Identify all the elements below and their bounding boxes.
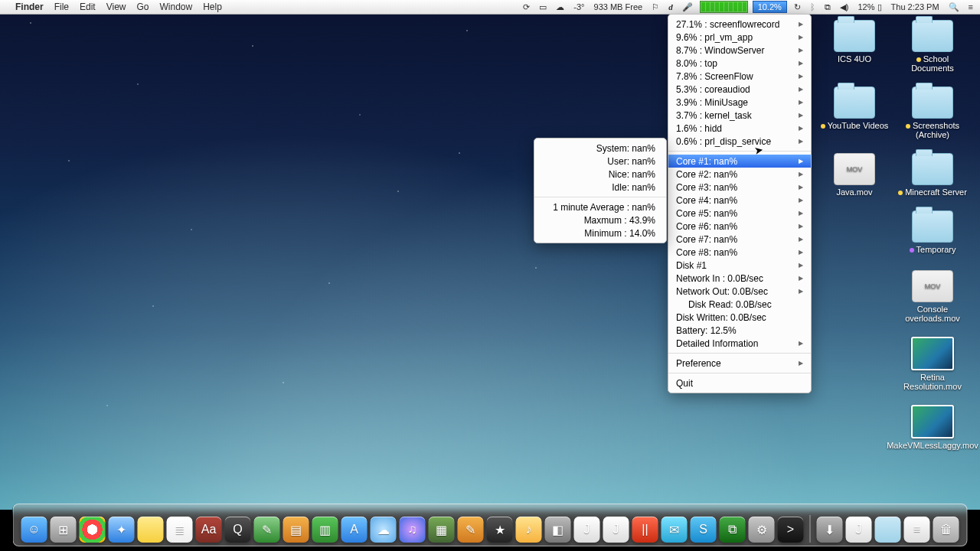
desktop[interactable]: Finder File Edit View Go Window Help ⟳ ▭… [0, 0, 980, 551]
menubar: Finder File Edit View Go Window Help ⟳ ▭… [0, 0, 980, 15]
menubar-display-icon[interactable]: ▭ [537, 2, 549, 12]
net-in-row[interactable]: Network In : 0.0B/sec [668, 272, 811, 285]
desktop-item-label: Screenshots (Archive) [913, 121, 959, 139]
dock-parallels[interactable]: || [632, 517, 658, 543]
menubar-temp[interactable]: -3° [571, 2, 586, 11]
menubar-wifi-icon[interactable]: ⧉ [822, 2, 833, 12]
dock-keynote[interactable]: ▤ [283, 517, 309, 543]
dock-sysprefs[interactable]: ⚙ [749, 517, 775, 543]
menubar-cpu-percent[interactable]: 10.2% [753, 1, 787, 13]
dock-app-j3[interactable]: J [846, 517, 872, 543]
menu-separator [668, 353, 811, 354]
dock-trash[interactable]: 🗑 [933, 517, 959, 543]
menubar-memory[interactable]: 933 MB Free [592, 2, 645, 11]
dock-app-j1[interactable]: J [574, 517, 600, 543]
notification-center-icon[interactable]: ≡ [966, 2, 975, 11]
dock-folder[interactable] [875, 517, 901, 543]
menu-edit[interactable]: Edit [80, 2, 96, 12]
detailed-info-row[interactable]: Detailed Information [668, 337, 811, 350]
desktop-item[interactable]: Retina Resolution.mov [897, 337, 968, 391]
dock-app-j2[interactable]: J [603, 517, 629, 543]
menubar-mic-icon[interactable]: 🎤 [680, 2, 695, 12]
menubar-flag-icon[interactable]: ⚐ [649, 2, 662, 12]
dock-numbers[interactable]: ▥ [312, 517, 338, 543]
desktop-item[interactable]: ICS 4UO [819, 20, 890, 73]
dock-skype[interactable]: S [691, 517, 717, 543]
core-row[interactable]: Core #8: nan% [668, 246, 811, 259]
menubar-bluetooth-icon[interactable]: ᛒ [808, 2, 818, 11]
menubar-volume-icon[interactable]: ◀) [838, 2, 851, 12]
disk-row[interactable]: Disk #1 [668, 259, 811, 272]
desktop-item[interactable]: Screenshots (Archive) [897, 86, 968, 139]
desktop-item-label: YouTube Videos [828, 121, 889, 130]
proc-row[interactable]: 1.6% : hidd [668, 122, 811, 135]
dock-app-a[interactable]: ♪ [516, 517, 542, 543]
menubar-weather-icon[interactable]: ☁ [554, 2, 567, 12]
proc-row[interactable]: 3.7% : kernel_task [668, 109, 811, 122]
core-row-selected[interactable]: Core #1: nan% [668, 155, 811, 168]
dock-pages[interactable]: ✎ [458, 517, 484, 543]
dock-downloads[interactable]: ⬇ [817, 517, 843, 543]
proc-row[interactable]: 8.7% : WindowServer [668, 44, 811, 57]
core-row[interactable]: Core #4: nan% [668, 194, 811, 207]
core-row[interactable]: Core #2: nan% [668, 168, 811, 181]
proc-row[interactable]: 5.3% : coreaudiod [668, 83, 811, 96]
sub-system: System: nan% [534, 142, 666, 155]
dock-preview[interactable]: ✎ [254, 517, 280, 543]
proc-row[interactable]: 3.9% : MiniUsage [668, 96, 811, 109]
core-row[interactable]: Core #5: nan% [668, 207, 811, 220]
desktop-item[interactable]: YouTube Videos [819, 86, 890, 139]
dock-doc[interactable]: ≡ [904, 517, 930, 543]
menubar-d-icon[interactable]: d [666, 2, 675, 11]
menubar-sync-icon[interactable]: ↻ [792, 2, 803, 12]
desktop-item[interactable]: MOVConsole overloads.mov [897, 270, 968, 323]
app-name[interactable]: Finder [15, 2, 44, 12]
dock-app-b[interactable]: ◧ [545, 517, 571, 543]
thumb-icon [911, 337, 954, 370]
sub-idle: Idle: nan% [534, 181, 666, 194]
dock-activity[interactable]: ⧉ [720, 517, 746, 543]
dock-itunes[interactable]: ♫ [400, 517, 426, 543]
dock-reminders[interactable]: ≣ [167, 517, 193, 543]
dock-quicktime[interactable]: Q [225, 517, 251, 543]
menu-window[interactable]: Window [160, 2, 193, 12]
proc-row[interactable]: 27.1% : screenflowrecord [668, 18, 811, 31]
core-row[interactable]: Core #7: nan% [668, 233, 811, 246]
dock-minecraft[interactable]: ▦ [429, 517, 455, 543]
menu-view[interactable]: View [106, 2, 126, 12]
desktop-item[interactable]: Temporary [897, 210, 968, 256]
spotlight-icon[interactable]: 🔍 [946, 2, 962, 12]
dock-appstore[interactable]: A [341, 517, 368, 543]
proc-row[interactable]: 8.0% : top [668, 57, 811, 70]
core-row[interactable]: Core #6: nan% [668, 220, 811, 233]
menubar-extra-icon[interactable]: ⟳ [521, 2, 532, 12]
dock-icloud[interactable]: ☁ [371, 517, 397, 543]
menu-go[interactable]: Go [137, 2, 149, 12]
menu-file[interactable]: File [54, 2, 69, 12]
menubar-battery[interactable]: 12% ▯ [856, 2, 884, 12]
menu-help[interactable]: Help [203, 2, 222, 12]
dock-stickies[interactable] [138, 517, 164, 543]
dock-safari[interactable]: ✦ [109, 517, 135, 543]
proc-row[interactable]: 0.6% : prl_disp_service [668, 135, 811, 148]
proc-row[interactable]: 9.6% : prl_vm_app [668, 31, 811, 44]
dock-launchpad[interactable]: ⊞ [51, 517, 77, 543]
desktop-item[interactable]: School Documents [897, 20, 968, 73]
menubar-clock[interactable]: Thu 2:23 PM [889, 2, 942, 11]
desktop-item[interactable]: MakeVMLessLaggy.mov [897, 405, 968, 451]
dock-chrome[interactable] [80, 517, 106, 543]
net-out-row[interactable]: Network Out: 0.0B/sec [668, 285, 811, 298]
folder-icon [912, 153, 953, 185]
quit-row[interactable]: Quit [668, 377, 811, 390]
dock-finder[interactable]: ☺ [21, 517, 47, 543]
dock-terminal[interactable]: > [778, 517, 804, 543]
dock-dictionary[interactable]: Aa [196, 517, 222, 543]
desktop-item[interactable]: Minecraft Server [897, 153, 968, 197]
dock-imovie[interactable]: ★ [487, 517, 513, 543]
core-row[interactable]: Core #3: nan% [668, 181, 811, 194]
menubar-cpu-bars[interactable] [700, 1, 748, 13]
desktop-item[interactable]: MOVJava.mov [819, 153, 890, 197]
proc-row[interactable]: 7.8% : ScreenFlow [668, 70, 811, 83]
dock-messages[interactable]: ✉ [662, 517, 688, 543]
preference-row[interactable]: Preference [668, 357, 811, 370]
